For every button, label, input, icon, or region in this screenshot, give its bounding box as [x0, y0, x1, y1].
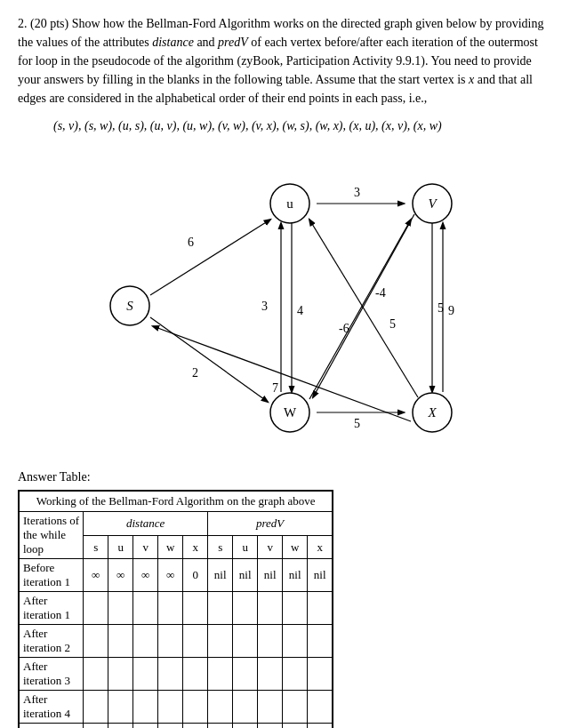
group-header-row: Iterations ofthe whileloop distance pred… — [20, 512, 333, 536]
caption-row: Working of the Bellman-Ford Algorithm on… — [20, 492, 333, 512]
predv-cell-r1-c4 — [308, 592, 333, 625]
dist-cell-r0-c3: ∞ — [158, 559, 183, 592]
table-row: Afteriteration 1 — [20, 592, 333, 625]
node-x-label: X — [427, 405, 437, 420]
edge-weight-x-u: -4 — [375, 286, 386, 300]
distance-group-header: distance — [84, 512, 208, 536]
dist-cell-r4-c2 — [133, 691, 158, 724]
question-header: 2. (20 pts) Show how the Bellman-Ford Al… — [18, 14, 544, 108]
dist-col-v: v — [133, 535, 158, 559]
dist-cell-r3-c1 — [108, 658, 133, 691]
dist-cell-r4-c1 — [108, 691, 133, 724]
dist-col-w: w — [158, 535, 183, 559]
table-row: Beforeiteration 1∞∞∞∞0nilnilnilnilnil — [20, 559, 333, 592]
predv-cell-r4-c2 — [258, 691, 283, 724]
dist-cell-r1-c2 — [133, 592, 158, 625]
dist-cell-r2-c4 — [183, 625, 208, 658]
dist-cell-r5-c3 — [158, 724, 183, 728]
question-points: (20 pts) — [30, 17, 68, 30]
dist-cell-r3-c3 — [158, 658, 183, 691]
predv-cell-r3-c1 — [233, 658, 258, 691]
dist-cell-r1-c3 — [158, 592, 183, 625]
table-caption: Working of the Bellman-Ford Algorithm on… — [20, 492, 333, 512]
predv-cell-r2-c4 — [308, 625, 333, 658]
edge-weight-s-w: 2 — [192, 366, 198, 380]
edge-w-v — [309, 220, 411, 399]
edge-weight-w-x: 5 — [354, 417, 360, 430]
iterations-header: Iterations ofthe whileloop — [20, 512, 84, 559]
predv-cell-r5-c4 — [308, 724, 333, 728]
predv-cell-r1-c3 — [283, 592, 308, 625]
dist-cell-r5-c1 — [108, 724, 133, 728]
predv-cell-r5-c0 — [208, 724, 233, 728]
predv-cell-r0-c3: nil — [283, 559, 308, 592]
dist-cell-r4-c3 — [158, 691, 183, 724]
edge-weight-u-w: 4 — [297, 304, 303, 317]
edge-weight-x-s: 7 — [272, 381, 278, 395]
graph-container: 6 2 3 4 5 3 -6 5 -4 9 5 7 — [18, 150, 544, 452]
x-variable: x — [469, 73, 474, 86]
dist-cell-r0-c2: ∞ — [133, 559, 158, 592]
predv-cell-r0-c1: nil — [233, 559, 258, 592]
dist-col-s: s — [84, 535, 108, 559]
dist-cell-r4-c0 — [84, 691, 108, 724]
edge-weight-s-u: 6 — [188, 236, 194, 249]
dist-cell-r2-c3 — [158, 625, 183, 658]
dist-cell-r0-c0: ∞ — [84, 559, 108, 592]
node-w-label: W — [284, 405, 297, 420]
edge-weight-u-v: 3 — [354, 186, 360, 199]
edge-v-w — [313, 214, 414, 397]
predv-cell-r5-c2 — [258, 724, 283, 728]
predv-cell-r2-c2 — [258, 625, 283, 658]
predv-cell-r2-c3 — [283, 625, 308, 658]
predv-cell-r4-c3 — [283, 691, 308, 724]
dist-cell-r2-c0 — [84, 625, 108, 658]
predv-cell-r4-c4 — [308, 691, 333, 724]
predv-cell-r2-c1 — [233, 625, 258, 658]
node-s-label: S — [126, 299, 133, 313]
table-row: Afteriteration 4 — [20, 691, 333, 724]
node-u-label: u — [286, 196, 293, 211]
edge-s-w — [150, 317, 268, 402]
edge-weight-x-v: 9 — [448, 304, 454, 317]
predV-group-header: predV — [208, 512, 333, 536]
predv-cell-r0-c0: nil — [208, 559, 233, 592]
answer-table-label: Answer Table: — [18, 470, 544, 484]
predv-cell-r3-c0 — [208, 658, 233, 691]
predv-cell-r4-c1 — [233, 691, 258, 724]
answer-table: Working of the Bellman-Ford Algorithm on… — [19, 491, 333, 728]
predv-cell-r5-c3 — [283, 724, 308, 728]
predv-col-u: u — [233, 535, 258, 559]
table-row: Afteriteration 2 — [20, 625, 333, 658]
dist-cell-r1-c4 — [183, 592, 208, 625]
edge-weight-v-w: 5 — [389, 317, 396, 331]
predv-col-w: w — [283, 535, 308, 559]
dist-cell-r3-c0 — [84, 658, 108, 691]
predv-cell-r1-c0 — [208, 592, 233, 625]
dist-cell-r5-c4 — [183, 724, 208, 728]
predv-cell-r3-c4 — [308, 658, 333, 691]
predv-cell-r0-c2: nil — [258, 559, 283, 592]
edge-weight-w-v: -6 — [339, 322, 349, 335]
row-label-1: Afteriteration 1 — [20, 592, 84, 625]
dist-cell-r2-c2 — [133, 625, 158, 658]
question-number: 2. — [18, 17, 28, 30]
edge-weight-w-u: 3 — [261, 300, 268, 313]
row-label-3: Afteriteration 3 — [20, 658, 84, 691]
table-row: Afteriteration 5 — [20, 724, 333, 728]
dist-cell-r5-c2 — [133, 724, 158, 728]
predv-cell-r2-c0 — [208, 625, 233, 658]
edge-list: (s, v), (s, w), (u, s), (u, v), (u, w), … — [18, 116, 544, 136]
dist-cell-r3-c4 — [183, 658, 208, 691]
table-row: Afteriteration 3 — [20, 658, 333, 691]
predv-cell-r5-c1 — [233, 724, 258, 728]
dist-cell-r2-c1 — [108, 625, 133, 658]
dist-cell-r5-c0 — [84, 724, 108, 728]
row-label-4: Afteriteration 4 — [20, 691, 84, 724]
predv-cell-r0-c4: nil — [308, 559, 333, 592]
dist-cell-r3-c2 — [133, 658, 158, 691]
predv-cell-r4-c0 — [208, 691, 233, 724]
predv-cell-r1-c2 — [258, 592, 283, 625]
dist-cell-r0-c4: 0 — [183, 559, 208, 592]
graph-svg: 6 2 3 4 5 3 -6 5 -4 9 5 7 — [50, 150, 512, 452]
